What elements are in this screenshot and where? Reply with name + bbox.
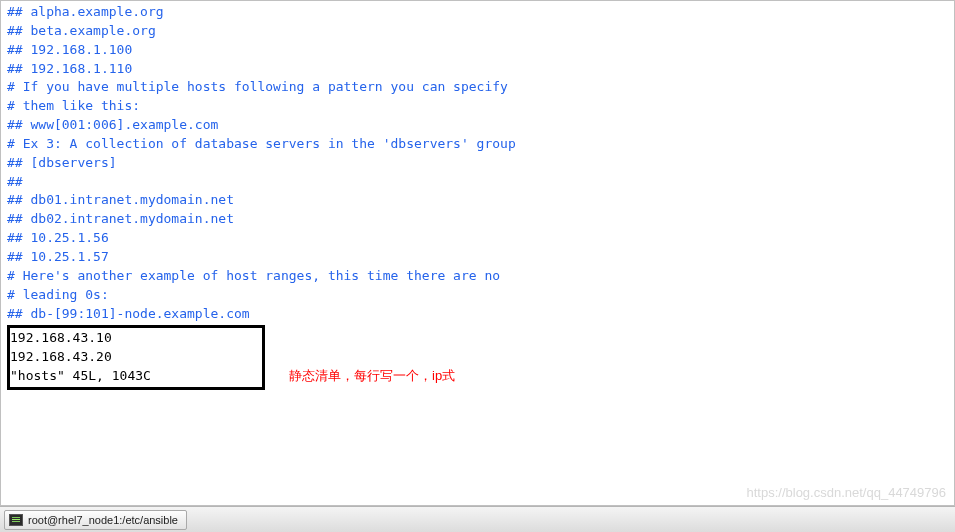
- taskbar-terminal-button[interactable]: root@rhel7_node1:/etc/ansible: [4, 510, 187, 530]
- file-line: ## db-[99:101]-node.example.com: [7, 305, 948, 324]
- taskbar-terminal-label: root@rhel7_node1:/etc/ansible: [28, 514, 178, 526]
- file-line: # them like this:: [7, 97, 948, 116]
- file-line: ## db02.intranet.mydomain.net: [7, 210, 948, 229]
- file-line: ## 10.25.1.56: [7, 229, 948, 248]
- file-line: ## [dbservers]: [7, 154, 948, 173]
- file-line: ## 192.168.1.100: [7, 41, 948, 60]
- appended-line: 192.168.43.20: [10, 348, 258, 367]
- file-line: ## db01.intranet.mydomain.net: [7, 191, 948, 210]
- terminal-viewport[interactable]: ## alpha.example.org ## beta.example.org…: [0, 0, 955, 506]
- file-line: # Ex 3: A collection of database servers…: [7, 135, 948, 154]
- vim-status-line: "hosts" 45L, 1043C: [10, 367, 258, 386]
- file-line: ## 192.168.1.110: [7, 60, 948, 79]
- taskbar: root@rhel7_node1:/etc/ansible: [0, 506, 955, 532]
- annotation-label: 静态清单，每行写一个，ip式: [289, 367, 455, 390]
- file-line: ##: [7, 173, 948, 192]
- file-line: # Here's another example of host ranges,…: [7, 267, 948, 286]
- file-line: ## www[001:006].example.com: [7, 116, 948, 135]
- terminal-icon: [9, 514, 23, 526]
- file-line: ## 10.25.1.57: [7, 248, 948, 267]
- file-line: # leading 0s:: [7, 286, 948, 305]
- file-line: ## beta.example.org: [7, 22, 948, 41]
- highlighted-edits-box: 192.168.43.10 192.168.43.20 "hosts" 45L,…: [7, 325, 265, 390]
- file-line: ## alpha.example.org: [7, 3, 948, 22]
- watermark-text: https://blog.csdn.net/qq_44749796: [747, 484, 947, 503]
- file-line: # If you have multiple hosts following a…: [7, 78, 948, 97]
- appended-line: 192.168.43.10: [10, 329, 258, 348]
